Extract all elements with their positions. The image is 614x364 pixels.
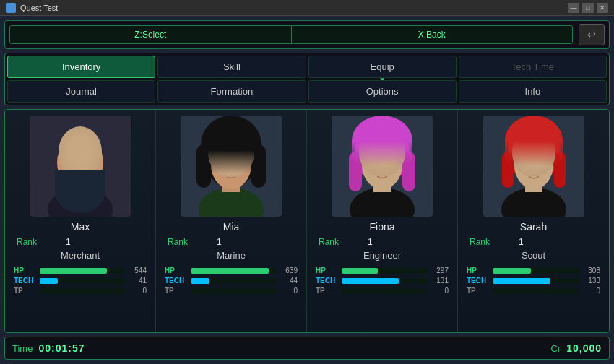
character-card-mia[interactable]: Mia Rank 1 Marine HP 639 TECH bbox=[156, 110, 307, 332]
svg-rect-21 bbox=[349, 152, 362, 191]
svg-point-15 bbox=[236, 160, 242, 166]
tp-value-sarah: 0 bbox=[582, 287, 600, 295]
main-content: Z:Select X:Back ↩ Inventory Skill Equip … bbox=[0, 16, 614, 364]
tech-value-sarah: 133 bbox=[582, 277, 600, 285]
maximize-button[interactable]: □ bbox=[582, 3, 594, 13]
hp-value-max: 544 bbox=[129, 266, 147, 274]
hp-bar-fill-sarah bbox=[493, 268, 531, 274]
svg-point-4 bbox=[66, 172, 95, 189]
tp-bar-bg-fiona bbox=[342, 288, 428, 294]
svg-point-23 bbox=[371, 159, 378, 166]
tech-bar-bg-fiona bbox=[342, 278, 428, 284]
tech-bar-bg-max bbox=[40, 278, 126, 284]
hp-row-sarah: HP 308 bbox=[467, 266, 600, 274]
tech-label-sarah: TECH bbox=[467, 277, 490, 285]
tab-journal[interactable]: Journal bbox=[7, 80, 155, 103]
tp-row-mia: TP 0 bbox=[165, 287, 298, 295]
character-card-fiona[interactable]: Fiona Rank 1 Engineer HP 297 TECH bbox=[307, 110, 458, 332]
hp-label-max: HP bbox=[14, 266, 37, 274]
char-name-fiona: Fiona bbox=[369, 221, 394, 233]
back-button[interactable]: ↩ bbox=[579, 24, 605, 46]
hp-value-mia: 639 bbox=[280, 266, 298, 274]
svg-point-29 bbox=[514, 140, 553, 189]
hp-bar-fill-max bbox=[40, 268, 107, 274]
tab-equip[interactable]: Equip ▼ bbox=[308, 56, 457, 78]
tp-value-fiona: 0 bbox=[431, 287, 449, 295]
tab-formation[interactable]: Formation bbox=[157, 80, 306, 103]
tech-value-mia: 44 bbox=[280, 277, 298, 285]
minimize-button[interactable]: — bbox=[568, 3, 579, 13]
svg-point-20 bbox=[362, 140, 402, 189]
portrait-fiona bbox=[332, 116, 433, 217]
cr-label: Cr bbox=[550, 343, 561, 354]
hp-bar-bg-sarah bbox=[493, 268, 579, 274]
portrait-mia bbox=[181, 116, 282, 217]
tab-info[interactable]: Info bbox=[459, 80, 607, 103]
char-name-sarah: Sarah bbox=[520, 221, 547, 233]
tech-bar-bg-mia bbox=[191, 278, 277, 284]
hp-value-sarah: 308 bbox=[582, 266, 600, 274]
time-label: Time bbox=[12, 343, 33, 354]
hp-bar-fill-mia bbox=[191, 268, 269, 274]
tech-value-max: 41 bbox=[129, 277, 147, 285]
character-card-sarah[interactable]: Sarah Rank 1 Scout HP 308 TECH bbox=[458, 110, 609, 332]
svg-point-6 bbox=[86, 157, 92, 163]
tech-row-sarah: TECH 133 bbox=[467, 277, 600, 285]
svg-rect-13 bbox=[251, 144, 266, 188]
title-bar: Quest Test — □ ✕ bbox=[0, 0, 614, 16]
stats-mia: HP 639 TECH 44 TP bbox=[160, 266, 302, 297]
svg-point-33 bbox=[539, 160, 545, 166]
tab-options[interactable]: Options bbox=[308, 80, 457, 103]
cr-value: 10,000 bbox=[566, 342, 602, 354]
svg-point-24 bbox=[387, 159, 394, 166]
svg-point-17 bbox=[355, 119, 410, 184]
tp-value-mia: 0 bbox=[280, 287, 298, 295]
cr-section: Cr 10,000 bbox=[493, 342, 602, 354]
tech-label-mia: TECH bbox=[165, 277, 188, 285]
tp-label-mia: TP bbox=[165, 287, 188, 295]
tab-skill[interactable]: Skill bbox=[157, 56, 306, 78]
rank-label-max: Rank bbox=[17, 237, 37, 247]
portrait-sarah bbox=[483, 116, 584, 217]
hp-row-mia: HP 639 bbox=[165, 266, 298, 274]
tp-row-sarah: TP 0 bbox=[467, 287, 600, 295]
tp-value-max: 0 bbox=[129, 287, 147, 295]
svg-point-14 bbox=[220, 160, 226, 166]
app-icon bbox=[6, 3, 16, 13]
char-rank-row-max: Rank 1 bbox=[9, 237, 151, 247]
stats-max: HP 544 TECH 41 TP bbox=[9, 266, 151, 297]
tp-row-max: TP 0 bbox=[14, 287, 147, 295]
z-select-label: Z:Select bbox=[10, 26, 292, 43]
time-value: 00:01:57 bbox=[38, 342, 85, 354]
menu-tabs: Inventory Skill Equip ▼ Tech Time Journa… bbox=[4, 53, 610, 105]
char-class-mia: Marine bbox=[217, 250, 246, 261]
tp-bar-bg-max bbox=[40, 288, 126, 294]
tech-bar-fill-mia bbox=[191, 278, 209, 284]
char-rank-row-sarah: Rank 1 bbox=[462, 237, 605, 247]
tp-bar-bg-mia bbox=[191, 288, 277, 294]
tab-inventory[interactable]: Inventory bbox=[7, 56, 155, 78]
top-nav: Z:Select X:Back ↩ bbox=[4, 20, 610, 49]
svg-point-11 bbox=[211, 140, 251, 189]
char-rank-row-fiona: Rank 1 bbox=[311, 237, 453, 247]
rank-label-fiona: Rank bbox=[319, 237, 339, 247]
close-button[interactable]: ✕ bbox=[597, 3, 608, 13]
tech-value-fiona: 131 bbox=[431, 277, 449, 285]
tech-bar-fill-sarah bbox=[493, 278, 550, 284]
bottom-bar: Time 00:01:57 Cr 10,000 bbox=[4, 337, 610, 360]
hp-bar-bg-mia bbox=[191, 268, 277, 274]
char-class-max: Merchant bbox=[61, 250, 100, 261]
nav-controls: Z:Select X:Back bbox=[9, 25, 573, 44]
hp-value-fiona: 297 bbox=[431, 266, 449, 274]
svg-point-5 bbox=[69, 157, 74, 163]
char-rank-row-mia: Rank 1 bbox=[160, 237, 302, 247]
svg-rect-0 bbox=[30, 116, 131, 217]
x-back-label: X:Back bbox=[292, 26, 573, 43]
title-bar-left: Quest Test bbox=[6, 3, 58, 13]
svg-rect-30 bbox=[502, 152, 514, 188]
hp-row-max: HP 544 bbox=[14, 266, 147, 274]
tech-bar-fill-fiona bbox=[342, 278, 399, 284]
character-card-max[interactable]: Max Rank 1 Merchant HP 544 TECH bbox=[5, 110, 156, 332]
characters-panel: Max Rank 1 Merchant HP 544 TECH bbox=[4, 109, 610, 333]
svg-rect-22 bbox=[402, 152, 415, 191]
